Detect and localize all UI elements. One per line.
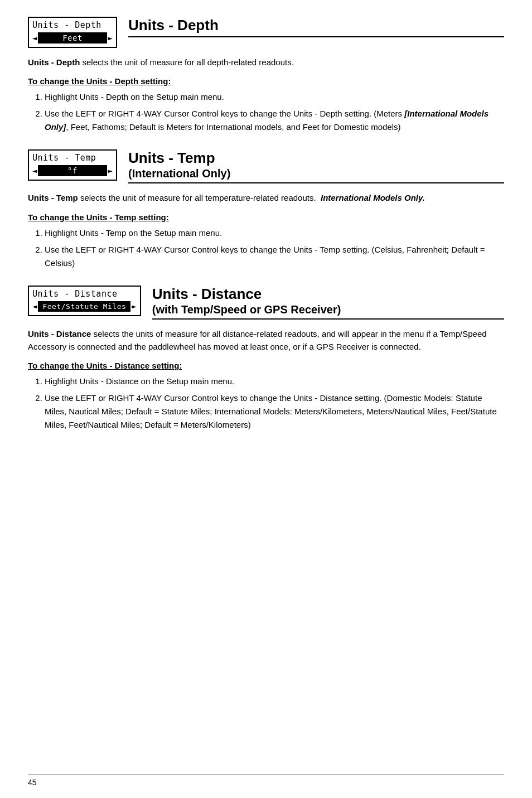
widget-selector-units-temp: ◄ °f ► (32, 165, 113, 176)
step1-units-temp: Highlight Units - Temp on the Setup main… (45, 226, 504, 240)
widget-selector-units-distance: ◄ Feet/Statute Miles ► (32, 301, 137, 312)
section-units-temp: Units - Temp ◄ °f ► Units - Temp (Intern… (28, 149, 504, 269)
section-units-depth: Units - Depth ◄ Feet ► Units - Depth Uni… (28, 17, 504, 134)
widget-value-units-depth: Feet (38, 32, 107, 43)
title-area-units-distance: Units - Distance (with Temp/Speed or GPS… (152, 286, 504, 320)
section-subtitle-units-distance: (with Temp/Speed or GPS Receiver) (152, 303, 504, 316)
widget-units-temp: Units - Temp ◄ °f ► (28, 149, 117, 181)
section-header-units-distance: Units - Distance ◄ Feet/Statute Miles ► … (28, 286, 504, 320)
right-arrow-units-distance[interactable]: ► (132, 302, 136, 311)
widget-title-units-depth: Units - Depth (32, 20, 113, 30)
widget-title-units-distance: Units - Distance (32, 289, 137, 299)
section-subtitle-units-temp: (International Only) (128, 167, 504, 180)
subheading-units-temp: To change the Units - Temp setting: (28, 212, 504, 222)
intro-bold-units-depth: Units - Depth (28, 57, 80, 67)
section-header-units-temp: Units - Temp ◄ °f ► Units - Temp (Intern… (28, 149, 504, 183)
left-arrow-units-distance[interactable]: ◄ (32, 302, 37, 311)
page-footer: 45 (28, 774, 504, 787)
step1-units-distance: Highlight Units - Distance on the Setup … (45, 375, 504, 388)
title-area-units-depth: Units - Depth (128, 17, 504, 37)
section-title-units-distance: Units - Distance (152, 286, 504, 303)
intro-units-temp: Units - Temp selects the unit of measure… (28, 191, 504, 204)
step2-units-temp: Use the LEFT or RIGHT 4-WAY Cursor Contr… (45, 243, 504, 270)
subheading-units-distance: To change the Units - Distance setting: (28, 361, 504, 370)
step2-units-depth: Use the LEFT or RIGHT 4-WAY Cursor Contr… (45, 107, 504, 134)
section-units-distance: Units - Distance ◄ Feet/Statute Miles ► … (28, 286, 504, 432)
widget-title-units-temp: Units - Temp (32, 153, 113, 163)
title-area-units-temp: Units - Temp (International Only) (128, 149, 504, 183)
section-title-units-temp: Units - Temp (128, 149, 504, 167)
widget-units-depth: Units - Depth ◄ Feet ► (28, 17, 117, 48)
widget-value-units-distance: Feet/Statute Miles (38, 301, 130, 312)
intro-bold-units-distance: Units - Distance (28, 329, 91, 338)
intro-units-depth: Units - Depth selects the unit of measur… (28, 56, 504, 69)
step1-units-depth: Highlight Units - Depth on the Setup mai… (45, 90, 504, 104)
intro-bold-units-temp: Units - Temp (28, 193, 78, 202)
widget-selector-units-depth: ◄ Feet ► (32, 32, 113, 43)
page-number: 45 (28, 778, 37, 787)
steps-units-depth: Highlight Units - Depth on the Setup mai… (28, 90, 504, 134)
section-header-units-depth: Units - Depth ◄ Feet ► Units - Depth (28, 17, 504, 48)
right-arrow-units-depth[interactable]: ► (108, 33, 113, 42)
steps-units-temp: Highlight Units - Temp on the Setup main… (28, 226, 504, 270)
widget-units-distance: Units - Distance ◄ Feet/Statute Miles ► (28, 286, 141, 316)
step2-units-distance: Use the LEFT or RIGHT 4-WAY Cursor Contr… (45, 391, 504, 432)
widget-value-units-temp: °f (38, 165, 107, 176)
subheading-units-depth: To change the Units - Depth setting: (28, 76, 504, 86)
left-arrow-units-depth[interactable]: ◄ (32, 33, 37, 42)
steps-units-distance: Highlight Units - Distance on the Setup … (28, 375, 504, 432)
left-arrow-units-temp[interactable]: ◄ (32, 166, 37, 175)
intro-units-distance: Units - Distance selects the units of me… (28, 327, 504, 354)
section-title-units-depth: Units - Depth (128, 17, 504, 34)
right-arrow-units-temp[interactable]: ► (108, 166, 113, 175)
